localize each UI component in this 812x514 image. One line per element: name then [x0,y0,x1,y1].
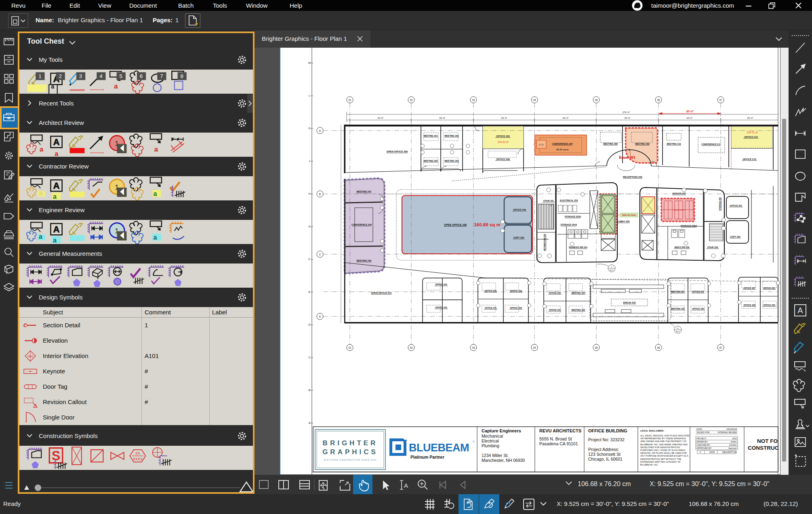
svg-text:30'-0": 30'-0" [501,117,507,119]
svg-text:OFFICE 236: OFFICE 236 [549,292,561,294]
svg-text:B: B [309,389,311,392]
svg-text:DEMONSTRATION SET WITHOUT THE: DEMONSTRATION SET WITHOUT THE [640,458,681,460]
svg-text:STORAGE 253A: STORAGE 253A [565,215,581,218]
svg-text:1: 1 [38,73,42,79]
svg-text:Chicago, IL 60601: Chicago, IL 60601 [588,457,623,461]
svg-text:Checker: Checker [729,444,737,446]
svg-text:Room 001: Room 001 [619,156,635,160]
svg-text:OFFICE 243: OFFICE 243 [435,306,447,309]
svg-text:OFFICE 212: OFFICE 212 [744,136,758,138]
svg-text:M: M [308,61,311,64]
svg-text:07: 07 [719,346,722,349]
svg-text:a: a [114,82,118,90]
svg-text:270'-0": 270'-0" [623,111,630,114]
svg-text:BLUEBEAM, INC. AND WERE CREATE: BLUEBEAM, INC. AND WERE CREATED AND [640,443,688,446]
svg-text:E: E [309,291,311,293]
svg-text:APPROVED BY:: APPROVED BY: [696,447,712,449]
svg-text:MEETING 204: MEETING 204 [444,160,459,162]
svg-text:a: a [153,190,157,197]
svg-text:DIGITISING CONSTRUCTION SINCE: DIGITISING CONSTRUCTION SINCE 2003 [324,459,377,461]
svg-text:CHECKED BY:: CHECKED BY: [696,444,711,446]
svg-text:30'-0": 30'-0" [377,117,383,119]
svg-text:DATE: DATE [709,451,715,453]
svg-text:DESIGNS, OR PLANS SHALL BE USE: DESIGNS, OR PLANS SHALL BE USED FOR [640,452,687,454]
svg-text:MEETING 245: MEETING 245 [357,259,371,262]
svg-text:ARE OWNED AND ARE THE PROPERTY: ARE OWNED AND ARE THE PROPERTY OF [640,440,687,442]
svg-text:03: 03 [472,346,475,349]
svg-text:ELECTRICAL 253: ELECTRICAL 253 [560,199,578,202]
svg-text:a: a [51,83,55,90]
svg-text:OFFICE 261: OFFICE 261 [730,204,742,207]
svg-text:OFFICE 241: OFFICE 241 [485,307,496,309]
svg-text:CONSTRUC: CONSTRUC [748,445,779,451]
svg-text:06: 06 [657,346,660,349]
svg-text:07: 07 [719,99,722,101]
svg-text:OFFICE 249: OFFICE 249 [513,209,526,211]
svg-text:A: A [309,421,311,424]
svg-text:a: a [55,150,59,157]
svg-text:04: 04 [533,99,536,101]
svg-text:OPEN OFFICE 200: OPEN OFFICE 200 [387,150,408,153]
svg-text:4: 4 [99,73,103,79]
svg-text:Plumbing: Plumbing [482,443,499,448]
svg-text:BLUEBEAM, INC.: BLUEBEAM, INC. [640,463,658,466]
svg-text:7: 7 [160,73,163,79]
svg-text:MEETING 232: MEETING 232 [671,308,685,310]
svg-text:Electrical: Electrical [482,438,499,443]
svg-text:A101: A101 [27,355,34,358]
svg-text:06: 06 [657,99,660,101]
svg-text:CONFERENCE 246: CONFERENCE 246 [351,223,372,226]
svg-text:30'-0": 30'-0" [686,110,694,113]
svg-text:MEETING 210: MEETING 210 [667,143,681,145]
svg-text:Pasadena CA 91101: Pasadena CA 91101 [539,441,578,446]
svg-text:G: G [308,225,310,228]
svg-text:CONFERENCE 211: CONFERENCE 211 [701,143,721,145]
svg-text:STORAGE 260: STORAGE 260 [719,197,721,211]
svg-text:01: 01 [348,346,351,349]
svg-text:A7.01: A7.01 [539,144,544,146]
svg-text:Mechanical: Mechanical [482,434,503,438]
svg-text:04: 04 [533,346,536,349]
svg-text:CONFERENCE 207: CONFERENCE 207 [552,143,573,145]
svg-text:ANY PURPOSE WHATSOEVER EXCEPT: ANY PURPOSE WHATSOEVER EXCEPT AS A [640,455,688,457]
svg-text:XX: XX [135,451,140,455]
svg-text:UP: UP [550,204,552,206]
svg-text:5: 5 [119,73,122,79]
svg-text:MEN'S RR 258: MEN'S RR 258 [675,246,690,249]
svg-text:S: S [52,449,61,463]
svg-text:OFFICE 228: OFFICE 228 [743,304,755,306]
svg-text:Manchester, NH 06930: Manchester, NH 06930 [482,458,525,463]
svg-text:204.51 sf: 204.51 sf [747,131,758,134]
svg-text:K: K [309,127,311,130]
svg-text:OFFICE BUILDING: OFFICE BUILDING [588,428,627,433]
svg-text:a: a [39,233,43,240]
svg-text:OFFICE 242: OFFICE 242 [435,283,447,286]
svg-text:DEVELOPED FOR DEMONSTRATION: DEVELOPED FOR DEMONSTRATION [640,446,680,449]
svg-text:XXXX: XXXX [133,457,142,461]
svg-text:PROJECT:: PROJECT: [696,437,707,440]
svg-text:a: a [154,145,158,153]
svg-text:COPY 250: COPY 250 [513,236,524,239]
svg-text:OFFICE 213: OFFICE 213 [743,158,756,160]
svg-text:OR REPRESENTED BY THESE DRAWIN: OR REPRESENTED BY THESE DRAWINGS [640,437,686,440]
svg-text:DATE:: DATE: [696,428,703,430]
svg-text:MEETING 209: MEETING 209 [635,143,649,145]
svg-text:MOTHERS RM 252: MOTHERS RM 252 [544,234,546,251]
svg-text:A: A [319,129,321,132]
svg-text:4: 4 [700,451,701,453]
svg-text:OFFICE 239: OFFICE 239 [510,307,522,309]
svg-text:05: 05 [595,346,598,349]
svg-text:OPEN OFFICE 248: OPEN OFFICE 248 [444,223,467,226]
svg-text:MegaChamber: MegaChamber [673,209,685,211]
svg-text:A6.01: A6.01 [676,331,679,333]
svg-text:204.62 sf: 204.62 sf [498,141,509,143]
svg-text:MEETING 234: MEETING 234 [572,292,585,294]
svg-text:MEETING 235: MEETING 235 [572,309,585,311]
svg-text:J: J [309,160,310,162]
svg-text:05: 05 [595,99,598,101]
svg-text:SERVER 257: SERVER 257 [672,192,686,195]
svg-text:a: a [153,234,157,241]
svg-text:23.15 sq m: 23.15 sq m [556,148,569,151]
svg-text:L: L [309,94,310,97]
svg-text:STORAGE 258A: STORAGE 258A [681,225,697,227]
